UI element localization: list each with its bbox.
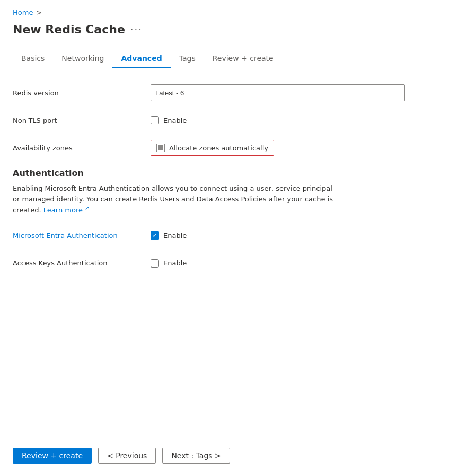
access-keys-control: Enable (151, 259, 405, 268)
review-create-button[interactable]: Review + create (13, 448, 92, 464)
access-keys-label: Access Keys Authentication (13, 259, 151, 267)
access-keys-checkbox[interactable] (151, 259, 159, 268)
redis-version-control (151, 84, 405, 101)
redis-version-input[interactable] (151, 84, 405, 101)
checkbox-indeterminate-mark (158, 145, 163, 150)
entra-auth-control: ✓ Enable (151, 231, 405, 240)
redis-version-label: Redis version (13, 89, 151, 97)
non-tls-label: Non-TLS port (13, 117, 151, 124)
next-button[interactable]: Next : Tags > (162, 448, 230, 464)
non-tls-enable-label: Enable (163, 117, 187, 124)
tab-review-create[interactable]: Review + create (204, 49, 282, 68)
access-keys-row: Access Keys Authentication Enable (13, 254, 463, 273)
authentication-title: Authentication (13, 168, 463, 178)
authentication-section: Authentication Enabling Microsoft Entra … (13, 168, 463, 273)
redis-version-row: Redis version (13, 83, 463, 102)
more-options-icon[interactable]: ··· (130, 24, 143, 35)
entra-auth-checkbox[interactable]: ✓ (151, 231, 159, 240)
tab-basics[interactable]: Basics (13, 49, 53, 68)
availability-zones-checkbox[interactable] (156, 144, 165, 152)
non-tls-control: Enable (151, 116, 405, 124)
form-section: Redis version Non-TLS port Enable Availa… (13, 83, 463, 157)
learn-more-link[interactable]: Learn more ↗ (43, 206, 90, 214)
authentication-description: Enabling Microsoft Entra Authentication … (13, 183, 341, 216)
page-title: New Redis Cache (13, 23, 125, 36)
entra-auth-label: Microsoft Entra Authentication (13, 231, 151, 239)
availability-zones-row: Availability zones Allocate zones automa… (13, 138, 463, 157)
availability-zones-value: Allocate zones automatically (169, 144, 268, 152)
entra-auth-row: Microsoft Entra Authentication ✓ Enable (13, 226, 463, 245)
tab-networking[interactable]: Networking (53, 49, 112, 68)
breadcrumb-separator: > (36, 8, 42, 16)
availability-zones-label: Availability zones (13, 144, 151, 152)
breadcrumb: Home > (13, 8, 463, 16)
availability-zones-control: Allocate zones automatically (151, 140, 274, 156)
breadcrumb-home[interactable]: Home (13, 8, 33, 16)
external-link-icon: ↗ (85, 205, 89, 211)
access-keys-enable-label: Enable (163, 259, 187, 267)
previous-button[interactable]: < Previous (98, 448, 156, 464)
non-tls-checkbox[interactable] (151, 116, 159, 124)
non-tls-row: Non-TLS port Enable (13, 111, 463, 130)
tabs-nav: Basics Networking Advanced Tags Review +… (13, 49, 463, 68)
entra-auth-enable-label: Enable (163, 231, 187, 239)
tab-advanced[interactable]: Advanced (112, 49, 170, 68)
checkmark-icon: ✓ (152, 233, 157, 238)
entra-auth-link[interactable]: Microsoft Entra Authentication (13, 231, 118, 239)
footer: Review + create < Previous Next : Tags > (0, 439, 476, 472)
tab-tags[interactable]: Tags (171, 49, 204, 68)
